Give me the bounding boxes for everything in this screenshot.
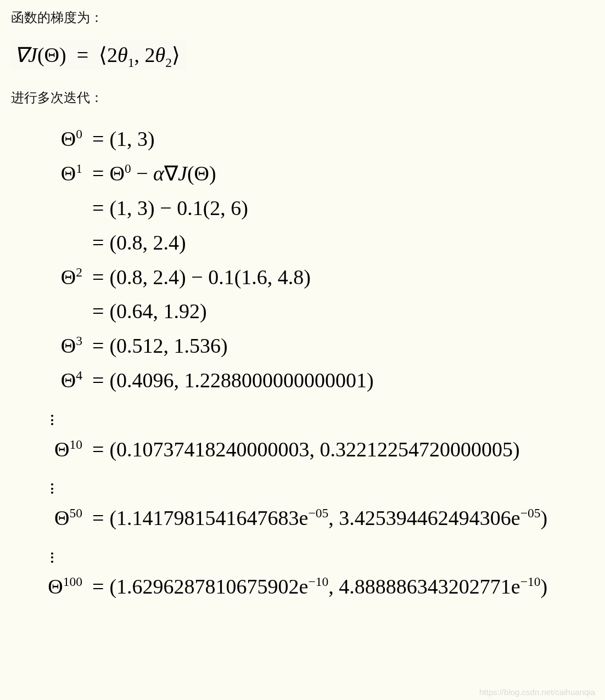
theta-50-sup: 50 [69,506,82,520]
theta-2-expr-1: (0.8, 2.4) − 0.1(1.6, 4.8) [109,261,311,293]
theta-100-value: (1.6296287810675902e−10, 4.8888863432027… [109,571,547,603]
theta-1-expr-1: Θ0 − α∇J(Θ) [109,157,216,190]
watermark-text: https://blog.csdn.net/caihuanqia [479,687,595,697]
theta-3-row: Θ3 = (0.512, 1.536) [22,330,594,362]
theta-100-sup: 100 [63,574,82,589]
theta-1-row-3: = (0.8, 2.4) [22,227,594,259]
iteration-block: Θ0 = (1, 3) Θ1 = Θ0 − α∇J(Θ) = (1, 3) − … [11,117,594,603]
theta-2-row-1: Θ2 = (0.8, 2.4) − 0.1(1.6, 4.8) [22,261,594,293]
theta-0-sup: 0 [76,127,82,141]
equals-sign: = [87,192,109,224]
equals-sign: = [87,295,109,328]
equals-sign: = [87,433,109,466]
theta-2-row-2: = (0.64, 1.92) [22,295,594,328]
theta-50-value: (1.1417981541647683e−05, 3.4253944624943… [109,502,547,534]
theta-100-row: Θ100 = (1.6296287810675902e−10, 4.888886… [22,571,594,603]
theta-50-row: Θ50 = (1.1417981541647683e−05, 3.4253944… [22,502,594,534]
theta-0-row: Θ0 = (1, 3) [22,123,594,155]
theta-4-value: (0.4096, 1.2288000000000001) [109,364,373,397]
equals-sign: = [87,330,109,362]
theta-3-sup: 3 [76,334,82,348]
equals-sign: = [87,571,109,603]
iterate-label: 进行多次迭代： [11,89,594,106]
theta-1-row-1: Θ1 = Θ0 − α∇J(Θ) [22,157,594,190]
equals-sign: = [87,157,109,190]
equals-sign: = [87,261,109,293]
vertical-dots-icon: ... [22,409,82,421]
theta-2-sup: 2 [76,265,82,279]
equals-sign: = [87,502,109,534]
gradient-equation: ∇J(Θ) = ⟨2θ1, 2θ2⟩ [11,39,187,70]
theta-2-expr-2: (0.64, 1.92) [109,295,206,328]
theta-4-sup: 4 [76,369,82,383]
theta-1-expr-2: (1, 3) − 0.1(2, 6) [109,192,248,224]
theta-10-value: (0.10737418240000003, 0.3221225472000000… [109,433,519,466]
theta-3-value: (0.512, 1.536) [109,330,227,362]
vertical-dots-icon: ... [22,477,82,489]
equals-sign: = [87,227,109,259]
equals-sign: = [87,123,109,155]
theta-1-sup: 1 [76,161,82,176]
theta-1-row-2: = (1, 3) − 0.1(2, 6) [22,192,594,224]
vertical-dots-icon: ... [22,546,82,558]
gradient-label: 函数的梯度为： [11,9,594,26]
theta-4-row: Θ4 = (0.4096, 1.2288000000000001) [22,364,594,397]
theta-10-sup: 10 [69,437,82,451]
theta-1-expr-3: (0.8, 2.4) [109,227,186,259]
equals-sign: = [87,364,109,397]
theta-0-value: (1, 3) [109,123,154,155]
theta-10-row: Θ10 = (0.10737418240000003, 0.3221225472… [22,433,594,466]
